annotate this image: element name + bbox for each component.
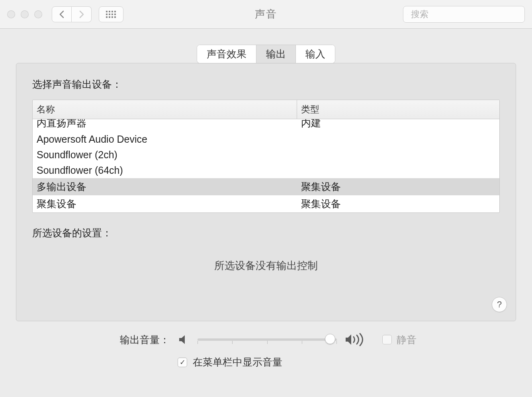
device-type-cell: 聚集设备 — [297, 195, 499, 212]
bottom-controls: 输出音量： — [16, 332, 516, 369]
volume-slider[interactable] — [198, 334, 337, 346]
slider-ticks — [198, 341, 337, 344]
window-controls — [7, 10, 42, 18]
speaker-low-icon — [178, 334, 190, 346]
volume-row: 输出音量： — [119, 332, 516, 347]
svg-rect-11 — [114, 16, 116, 18]
minimize-window-button[interactable] — [21, 10, 29, 18]
svg-point-12 — [407, 14, 408, 14]
tab-2[interactable]: 输入 — [296, 45, 335, 63]
speaker-high-icon — [345, 332, 367, 347]
search-icon — [407, 10, 408, 18]
svg-rect-0 — [106, 11, 108, 12]
device-type-cell — [297, 132, 499, 147]
grid-icon — [106, 10, 117, 18]
table-row[interactable]: 聚集设备聚集设备 — [33, 195, 499, 212]
table-header: 名称 类型 — [33, 100, 499, 119]
show-in-menubar-checkbox[interactable]: ✓ — [178, 358, 187, 367]
mute-label: 静音 — [397, 333, 417, 346]
show-in-menubar-label: 在菜单栏中显示音量 — [193, 356, 282, 369]
no-output-controls-message: 所选设备没有输出控制 — [32, 259, 500, 273]
device-name-cell: Soundflower (2ch) — [33, 147, 297, 163]
show-all-button[interactable] — [99, 6, 123, 22]
table-body: 内直扬声器内建Apowersoft Audio DeviceSoundflowe… — [33, 119, 499, 212]
volume-label: 输出音量： — [119, 333, 170, 346]
chevron-left-icon — [59, 10, 65, 18]
search-field-wrap[interactable] — [403, 6, 525, 23]
slider-knob[interactable] — [325, 334, 335, 344]
svg-rect-10 — [111, 16, 113, 18]
svg-rect-3 — [114, 11, 116, 12]
table-row[interactable]: 多输出设备聚集设备 — [33, 178, 499, 195]
svg-rect-9 — [109, 16, 110, 18]
zoom-window-button[interactable] — [34, 10, 42, 18]
device-name-cell: 多输出设备 — [33, 178, 297, 195]
column-name-header[interactable]: 名称 — [33, 100, 297, 119]
device-type-cell — [297, 147, 499, 163]
mute-wrap: 静音 — [382, 333, 417, 346]
content-area: 声音效果输出输入 选择声音输出设备： 名称 类型 内直扬声器内建Apowerso… — [0, 29, 532, 397]
device-name-cell: Apowersoft Audio Device — [33, 132, 297, 147]
mute-checkbox[interactable] — [382, 335, 392, 344]
svg-rect-5 — [109, 14, 110, 15]
svg-rect-2 — [111, 11, 113, 12]
chevron-right-icon — [79, 10, 84, 18]
tab-1[interactable]: 输出 — [256, 45, 296, 63]
svg-rect-4 — [106, 14, 108, 15]
device-name-cell: 内直扬声器 — [33, 119, 297, 132]
window-title: 声音 — [255, 7, 277, 21]
select-device-label: 选择声音输出设备： — [32, 78, 500, 91]
tab-0[interactable]: 声音效果 — [197, 45, 256, 63]
output-panel: 选择声音输出设备： 名称 类型 内直扬声器内建Apowersoft Audio … — [16, 63, 516, 321]
svg-rect-7 — [114, 14, 116, 15]
svg-rect-6 — [111, 14, 113, 15]
device-settings-label: 所选设备的设置： — [32, 226, 500, 240]
column-type-header[interactable]: 类型 — [297, 100, 499, 119]
help-button[interactable]: ? — [492, 297, 507, 312]
tab-bar: 声音效果输出输入 — [0, 45, 532, 63]
search-input[interactable] — [411, 9, 520, 20]
device-type-cell — [297, 163, 499, 178]
table-row[interactable]: Soundflower (64ch) — [33, 163, 499, 178]
close-window-button[interactable] — [7, 10, 15, 18]
forward-button[interactable] — [72, 6, 92, 22]
table-row[interactable]: Apowersoft Audio Device — [33, 132, 499, 147]
table-row[interactable]: 内直扬声器内建 — [33, 119, 499, 132]
table-row[interactable]: Soundflower (2ch) — [33, 147, 499, 163]
device-name-cell: 聚集设备 — [33, 195, 297, 212]
nav-buttons — [52, 6, 92, 22]
menubar-row: ✓ 在菜单栏中显示音量 — [178, 356, 282, 369]
svg-rect-1 — [109, 11, 110, 12]
svg-rect-8 — [106, 16, 108, 18]
device-table: 名称 类型 内直扬声器内建Apowersoft Audio DeviceSoun… — [32, 100, 500, 213]
sound-preferences-window: 声音 声音效果输出输入 选择声音输出设备： 名称 类型 内直扬声器内建Apowe… — [0, 0, 532, 397]
titlebar: 声音 — [0, 0, 532, 29]
device-type-cell: 聚集设备 — [297, 178, 499, 195]
back-button[interactable] — [52, 6, 72, 22]
help-icon: ? — [497, 299, 502, 310]
device-type-cell: 内建 — [297, 119, 499, 132]
device-name-cell: Soundflower (64ch) — [33, 163, 297, 178]
